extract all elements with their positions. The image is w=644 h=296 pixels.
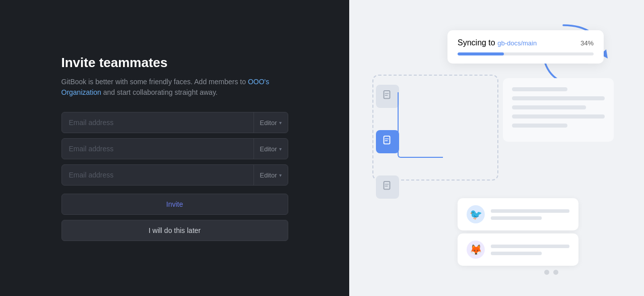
page-title: Invite teammates: [61, 55, 288, 71]
user-card-2: 🦊: [458, 233, 578, 266]
avatar-2: 🦊: [467, 241, 485, 259]
role-label-2: Editor: [260, 145, 277, 153]
email-row-2: Editor ▾: [61, 138, 288, 159]
svg-rect-4: [384, 181, 390, 189]
dot-2: [553, 270, 558, 275]
doc-node-1: [376, 85, 399, 108]
content-line-3: [512, 105, 586, 109]
user-line-1a: [491, 209, 569, 213]
document-icon-1: [382, 90, 393, 103]
chevron-down-icon-1: ▾: [279, 120, 282, 126]
sync-header: Syncing to gb-docs/main 34%: [458, 38, 594, 47]
left-panel: Invite teammates GitBook is better with …: [0, 0, 349, 296]
role-selector-2[interactable]: Editor ▾: [253, 139, 288, 159]
doc-node-3: [376, 175, 399, 199]
form-container: Invite teammates GitBook is better with …: [61, 55, 288, 241]
email-row-1: Editor ▾: [61, 112, 288, 133]
description-after: and start collaborating straight away.: [101, 88, 218, 96]
email-input-2[interactable]: [62, 145, 253, 153]
svg-rect-3: [384, 136, 390, 144]
sync-card: Syncing to gb-docs/main 34%: [447, 30, 604, 64]
email-row-3: Editor ▾: [61, 164, 288, 186]
dots-row: [544, 270, 558, 275]
document-icon-2: [382, 135, 393, 149]
invite-button[interactable]: Invite: [61, 194, 288, 215]
user-lines-1: [491, 209, 569, 220]
document-icon-3: [382, 181, 393, 194]
content-line-5: [512, 124, 567, 128]
chevron-down-icon-3: ▾: [279, 172, 282, 178]
role-selector-3[interactable]: Editor ▾: [253, 165, 288, 185]
content-line-4: [512, 114, 605, 119]
sync-label: Syncing to gb-docs/main: [458, 38, 537, 47]
svg-rect-2: [384, 90, 390, 98]
content-lines-panel: [503, 78, 614, 142]
role-label-1: Editor: [260, 119, 277, 127]
email-input-3[interactable]: [62, 171, 253, 179]
content-line-2: [512, 96, 605, 100]
sync-repo: gb-docs/main: [497, 39, 537, 47]
description: GitBook is better with some friendly fac…: [61, 77, 288, 98]
user-card-1: 🐦: [458, 198, 578, 230]
user-lines-2: [491, 245, 569, 255]
user-line-2b: [491, 252, 542, 255]
user-line-2a: [491, 245, 569, 248]
role-label-3: Editor: [260, 171, 277, 179]
progress-bar: [458, 52, 594, 55]
doc-node-2: [376, 130, 399, 153]
email-input-1[interactable]: [62, 119, 253, 127]
chevron-down-icon-2: ▾: [279, 146, 282, 152]
email-fields: Editor ▾ Editor ▾ Editor ▾: [61, 112, 288, 186]
user-line-1b: [491, 216, 542, 220]
progress-bar-fill: [458, 52, 504, 55]
tree-connector-line: [398, 92, 443, 158]
right-panel: Syncing to gb-docs/main 34%: [349, 0, 644, 296]
do-later-button[interactable]: I will do this later: [61, 220, 288, 241]
role-selector-1[interactable]: Editor ▾: [253, 112, 288, 133]
description-before: GitBook is better with some friendly fac…: [61, 78, 248, 86]
doc-nodes: [376, 85, 399, 199]
avatar-1: 🐦: [467, 205, 485, 223]
dot-1: [544, 270, 549, 275]
content-line-1: [512, 87, 567, 91]
sync-percent: 34%: [581, 39, 594, 47]
